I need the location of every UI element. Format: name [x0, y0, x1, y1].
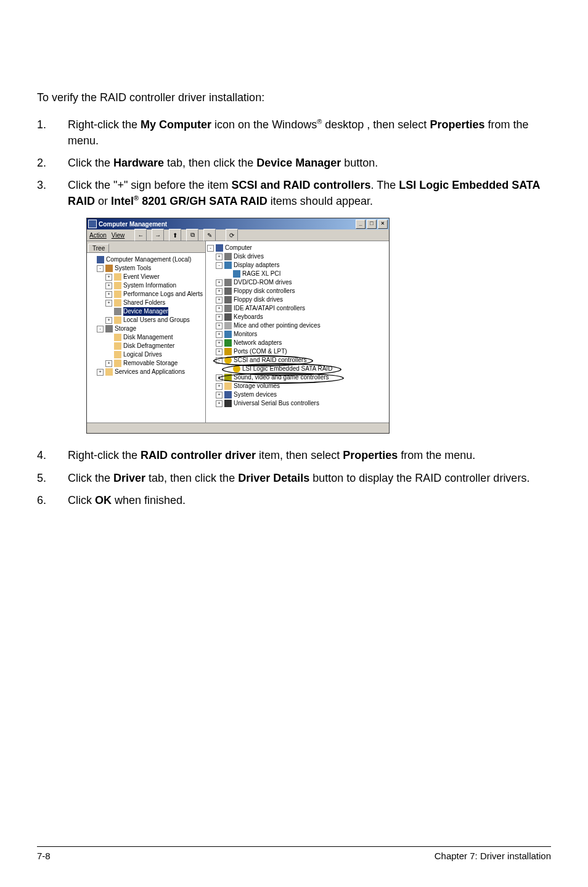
tree-node[interactable]: +Shared Folders	[88, 299, 204, 307]
tree-node[interactable]: +Performance Logs and Alerts	[88, 290, 204, 299]
tree-node[interactable]: +Event Viewer	[88, 273, 204, 281]
tree-node[interactable]: +Universal Serial Bus controllers	[207, 399, 388, 408]
tree-node-label: Computer Management (Local)	[106, 255, 191, 264]
expand-toggle[interactable]: +	[216, 297, 223, 303]
kb-icon	[224, 313, 232, 321]
expand-toggle[interactable]: +	[216, 374, 223, 381]
tree-node[interactable]: +Monitors	[207, 330, 388, 339]
tree-node[interactable]: -Display adapters	[207, 261, 388, 270]
expand-toggle[interactable]: +	[216, 279, 223, 286]
folder-icon	[114, 342, 121, 350]
tree-node-label: Computer	[225, 244, 252, 252]
tree-node[interactable]: +IDE ATA/ATAPI controllers	[207, 304, 388, 313]
tree-node[interactable]: -Computer	[207, 244, 388, 252]
expand-toggle[interactable]: +	[216, 400, 223, 407]
tree-node[interactable]: +Removable Storage	[88, 359, 204, 368]
expand-toggle[interactable]: +	[216, 305, 223, 312]
tree-node[interactable]: Device Manager	[88, 307, 204, 316]
right-pane: -Computer+Disk drives-Display adaptersRA…	[206, 241, 389, 423]
screenshot-container: Computer Management _ □ × Action View ← …	[86, 218, 551, 434]
tree-node[interactable]: +Keyboards	[207, 313, 388, 321]
minimize-button[interactable]: _	[356, 220, 365, 229]
tree-node[interactable]: Disk Defragmenter	[88, 342, 204, 350]
expand-toggle[interactable]: -	[97, 326, 104, 332]
tree-node[interactable]: Disk Management	[88, 333, 204, 342]
tree-node[interactable]: -SCSI and RAID controllers	[207, 356, 388, 365]
menu-view[interactable]: View	[112, 232, 125, 239]
tree-node[interactable]: +DVD/CD-ROM drives	[207, 278, 388, 287]
toolbar-up-button[interactable]: ⬆	[169, 229, 181, 241]
tree-node[interactable]: RAGE XL PCI	[207, 270, 388, 278]
expand-toggle[interactable]: +	[216, 314, 223, 321]
tree-node-label: Ports (COM & LPT)	[234, 347, 287, 356]
tree-node[interactable]: +Floppy disk controllers	[207, 287, 388, 295]
step-number: 2.	[37, 155, 68, 171]
tree-node[interactable]: -Storage	[88, 324, 204, 333]
tree-node-label: RAGE XL PCI	[242, 270, 280, 278]
tree-node[interactable]: +Network adapters	[207, 339, 388, 347]
tree-node[interactable]: +System Information	[88, 281, 204, 290]
expand-toggle[interactable]: -	[216, 262, 223, 269]
monitor-icon	[224, 331, 232, 338]
tree-node[interactable]: Computer Management (Local)	[88, 255, 204, 264]
tree-node[interactable]: -System Tools	[88, 264, 204, 273]
tree-node[interactable]: LSI Logic Embedded SATA RAID	[207, 365, 388, 373]
tree-node[interactable]: Logical Drives	[88, 350, 204, 359]
step-content: Click the "+" sign before the item SCSI …	[68, 177, 551, 209]
tree-node[interactable]: +Local Users and Groups	[88, 316, 204, 324]
close-button[interactable]: ×	[378, 220, 388, 229]
expand-toggle[interactable]: +	[216, 392, 223, 398]
expand-toggle[interactable]: +	[216, 340, 223, 347]
maximize-button[interactable]: □	[367, 220, 377, 229]
tree-node[interactable]: +Services and Applications	[88, 368, 204, 376]
expand-toggle[interactable]: +	[216, 288, 223, 295]
step-number: 1.	[37, 117, 68, 149]
tree-node[interactable]: +Mice and other pointing devices	[207, 321, 388, 330]
expand-toggle[interactable]: -	[207, 245, 214, 252]
step-content: Click the Hardware tab, then click the D…	[68, 155, 551, 171]
window-buttons: _ □ ×	[356, 220, 388, 229]
tree-node[interactable]: +Ports (COM & LPT)	[207, 347, 388, 356]
expand-toggle[interactable]: +	[105, 317, 112, 324]
folder-icon	[114, 291, 121, 298]
expand-toggle[interactable]: +	[105, 274, 112, 281]
tree-node-label: Sound, video and game controllers	[234, 373, 329, 382]
tree-tab[interactable]: Tree	[88, 244, 109, 252]
tree-node-label: Floppy disk controllers	[234, 287, 295, 295]
expand-toggle[interactable]: +	[216, 383, 223, 390]
expand-toggle[interactable]: +	[105, 300, 112, 307]
toolbar-back-button[interactable]: ←	[134, 229, 147, 241]
expand-toggle[interactable]: -	[97, 265, 104, 272]
expand-toggle[interactable]: -	[216, 357, 223, 364]
menu-action[interactable]: Action	[89, 232, 107, 239]
disk-icon	[224, 305, 232, 312]
tree-node[interactable]: +Sound, video and game controllers	[207, 373, 388, 382]
folder-icon	[114, 316, 121, 324]
step-number: 4.	[37, 447, 68, 463]
folder-icon	[105, 368, 113, 376]
steps-list-top: 1.Right-click the My Computer icon on th…	[37, 117, 551, 209]
tree-node[interactable]: +Floppy disk drives	[207, 295, 388, 304]
tree-node-label: System devices	[234, 390, 277, 399]
computer-management-window: Computer Management _ □ × Action View ← …	[86, 218, 390, 434]
scsi-icon	[233, 365, 240, 373]
expand-toggle[interactable]: +	[216, 331, 223, 338]
tree-node[interactable]: +Storage volumes	[207, 382, 388, 390]
tree-node-label: System Information	[123, 281, 176, 290]
expand-toggle[interactable]: +	[105, 283, 112, 289]
disk-icon	[105, 325, 113, 332]
expand-toggle[interactable]: +	[105, 291, 112, 298]
tree-node[interactable]: +Disk drives	[207, 252, 388, 261]
toolbar-refresh-button[interactable]: ⟳	[226, 229, 238, 241]
toolbar-forward-button[interactable]: →	[152, 229, 164, 241]
toolbar-properties-button[interactable]: ⧉	[186, 229, 198, 241]
expand-toggle[interactable]: +	[97, 369, 104, 376]
expand-toggle[interactable]: +	[105, 360, 112, 367]
expand-toggle[interactable]: +	[216, 349, 223, 355]
tree-node-label: Disk drives	[234, 252, 264, 261]
expand-toggle[interactable]: +	[216, 323, 223, 329]
tree-node[interactable]: +System devices	[207, 390, 388, 399]
folder-icon	[114, 273, 121, 281]
expand-toggle[interactable]: +	[216, 254, 223, 260]
toolbar-help-button[interactable]: ✎	[203, 229, 216, 241]
